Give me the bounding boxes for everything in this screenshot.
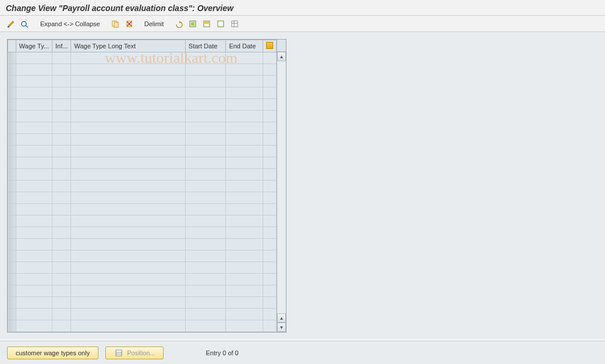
cell[interactable]: [226, 262, 263, 274]
cell[interactable]: [16, 250, 52, 262]
cell[interactable]: [226, 76, 263, 87]
cell[interactable]: [71, 285, 185, 297]
table-settings-icon[interactable]: [228, 18, 241, 30]
scroll-end-icon[interactable]: ▼: [277, 323, 286, 332]
customer-wage-types-button[interactable]: customer wage types only: [7, 347, 98, 359]
cell[interactable]: [52, 285, 71, 297]
cell[interactable]: [185, 157, 226, 169]
cell[interactable]: [226, 250, 263, 262]
cell[interactable]: [52, 111, 71, 122]
cell[interactable]: [185, 309, 226, 320]
table-row[interactable]: [8, 320, 277, 332]
col-inf[interactable]: Inf...: [52, 40, 71, 52]
toggle-display-change-icon[interactable]: [5, 18, 17, 30]
cell[interactable]: [71, 52, 185, 64]
row-selector[interactable]: [8, 215, 16, 227]
scroll-down-icon[interactable]: ▲: [277, 313, 286, 323]
select-all-icon[interactable]: [186, 18, 199, 30]
row-selector[interactable]: [8, 250, 16, 262]
cell[interactable]: [16, 157, 52, 169]
cell[interactable]: [226, 204, 263, 215]
cell[interactable]: [71, 262, 185, 274]
cell[interactable]: [71, 192, 185, 204]
cell[interactable]: [226, 285, 263, 297]
cell[interactable]: [185, 52, 226, 64]
table-row[interactable]: [8, 285, 277, 297]
table-row[interactable]: [8, 204, 277, 215]
cell[interactable]: [185, 111, 226, 122]
cell[interactable]: [226, 122, 263, 134]
cell[interactable]: [16, 262, 52, 274]
select-block-icon[interactable]: [200, 18, 213, 30]
cell[interactable]: [52, 99, 71, 111]
row-selector[interactable]: [8, 134, 16, 146]
cell[interactable]: [226, 157, 263, 169]
table[interactable]: Wage Ty... Inf... Wage Type Long Text St…: [8, 40, 277, 332]
row-selector[interactable]: [8, 285, 16, 297]
cell[interactable]: [16, 52, 52, 64]
cell[interactable]: [71, 320, 185, 332]
scroll-up-icon[interactable]: ▲: [277, 52, 286, 61]
cell[interactable]: [185, 134, 226, 146]
cell[interactable]: [52, 146, 71, 157]
cell[interactable]: [71, 309, 185, 320]
cell[interactable]: [226, 239, 263, 250]
cell[interactable]: [185, 146, 226, 157]
cell[interactable]: [71, 181, 185, 192]
table-row[interactable]: [8, 262, 277, 274]
row-selector[interactable]: [8, 192, 16, 204]
cell[interactable]: [52, 239, 71, 250]
delete-icon[interactable]: [123, 18, 136, 30]
cell[interactable]: [16, 169, 52, 181]
cell[interactable]: [71, 146, 185, 157]
table-row[interactable]: [8, 192, 277, 204]
cell[interactable]: [226, 64, 263, 76]
position-button[interactable]: Position...: [105, 347, 164, 359]
cell[interactable]: [16, 204, 52, 215]
expand-collapse-button[interactable]: Expand <-> Collapse: [36, 18, 104, 30]
cell[interactable]: [71, 274, 185, 285]
cell[interactable]: [16, 76, 52, 87]
table-row[interactable]: [8, 157, 277, 169]
row-selector[interactable]: [8, 227, 16, 239]
row-selector[interactable]: [8, 181, 16, 192]
row-selector[interactable]: [8, 157, 16, 169]
cell[interactable]: [16, 64, 52, 76]
table-row[interactable]: [8, 64, 277, 76]
deselect-all-icon[interactable]: [214, 18, 227, 30]
cell[interactable]: [71, 297, 185, 309]
scroll-track[interactable]: [277, 61, 286, 313]
other-view-icon[interactable]: [19, 18, 31, 30]
cell[interactable]: [16, 239, 52, 250]
cell[interactable]: [16, 122, 52, 134]
cell[interactable]: [16, 192, 52, 204]
cell[interactable]: [52, 262, 71, 274]
row-selector[interactable]: [8, 146, 16, 157]
undo-icon[interactable]: [172, 18, 185, 30]
table-row[interactable]: [8, 215, 277, 227]
cell[interactable]: [185, 204, 226, 215]
cell[interactable]: [185, 192, 226, 204]
vertical-scrollbar[interactable]: ▲ ▲ ▼: [277, 40, 286, 332]
table-row[interactable]: [8, 309, 277, 320]
cell[interactable]: [71, 157, 185, 169]
cell[interactable]: [52, 181, 71, 192]
cell[interactable]: [52, 122, 71, 134]
cell[interactable]: [52, 274, 71, 285]
cell[interactable]: [52, 192, 71, 204]
cell[interactable]: [185, 169, 226, 181]
cell[interactable]: [226, 215, 263, 227]
table-row[interactable]: [8, 181, 277, 192]
row-selector[interactable]: [8, 52, 16, 64]
table-row[interactable]: [8, 297, 277, 309]
cell[interactable]: [185, 227, 226, 239]
cell[interactable]: [185, 122, 226, 134]
table-row[interactable]: [8, 99, 277, 111]
col-wage-type[interactable]: Wage Ty...: [16, 40, 52, 52]
cell[interactable]: [52, 157, 71, 169]
cell[interactable]: [52, 52, 71, 64]
cell[interactable]: [16, 215, 52, 227]
cell[interactable]: [16, 111, 52, 122]
cell[interactable]: [71, 87, 185, 99]
cell[interactable]: [16, 87, 52, 99]
